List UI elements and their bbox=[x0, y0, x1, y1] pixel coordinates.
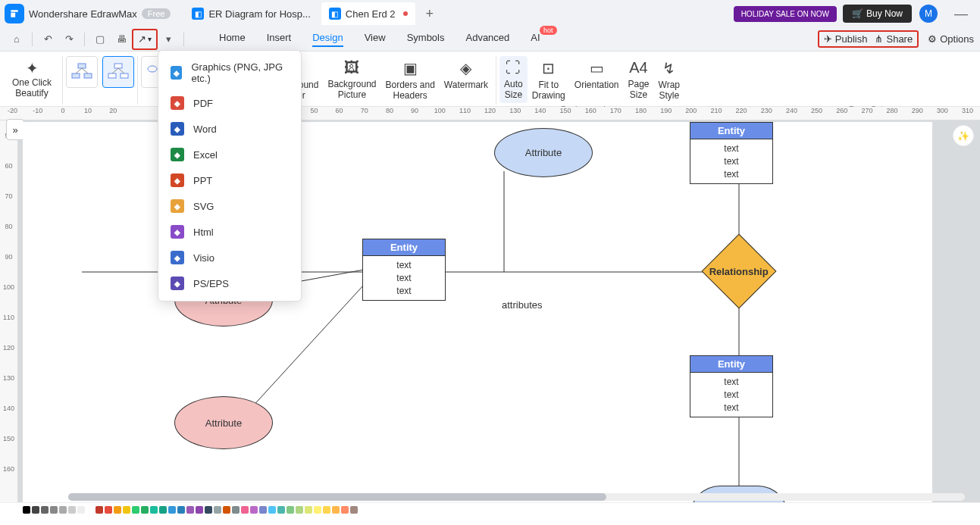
horizontal-scrollbar[interactable] bbox=[68, 493, 965, 501]
color-swatch[interactable] bbox=[50, 506, 58, 514]
export-menu-item[interactable]: ◆PDF bbox=[158, 90, 301, 116]
home-icon[interactable]: ⌂ bbox=[6, 30, 27, 49]
color-swatch[interactable] bbox=[296, 506, 303, 514]
export-menu-item[interactable]: ◆Graphics (PNG, JPG etc.) bbox=[158, 55, 301, 90]
color-swatch[interactable] bbox=[314, 506, 321, 514]
export-menu-item[interactable]: ◆Excel bbox=[158, 142, 301, 167]
theme-preset[interactable] bbox=[66, 56, 98, 88]
menu-ai[interactable]: AIhot bbox=[531, 32, 540, 47]
options-button[interactable]: ⚙ Options bbox=[928, 33, 974, 45]
color-swatch[interactable] bbox=[332, 506, 340, 514]
share-button[interactable]: ⋔ Share bbox=[875, 33, 913, 45]
color-swatch[interactable] bbox=[123, 506, 130, 514]
relationship-shape[interactable]: Relationship bbox=[712, 245, 766, 298]
color-swatch[interactable] bbox=[59, 506, 67, 514]
color-swatch[interactable] bbox=[159, 506, 167, 514]
print-button[interactable]: 🖶 bbox=[111, 30, 132, 49]
attribute-shape[interactable]: Attribute bbox=[174, 396, 273, 449]
publish-button[interactable]: ✈ Publish bbox=[824, 33, 868, 45]
doc-tab[interactable]: ◧ ER Diagram for Hosp... bbox=[184, 2, 318, 25]
color-swatch[interactable] bbox=[177, 506, 185, 514]
entity-shape[interactable]: Entity text text text bbox=[362, 239, 446, 301]
export-item-label: PPT bbox=[193, 175, 212, 186]
entity-shape[interactable]: Entity text text text bbox=[690, 122, 773, 184]
file-type-icon: ◆ bbox=[171, 122, 184, 136]
color-swatch[interactable] bbox=[341, 506, 349, 514]
minimize-button[interactable]: — bbox=[947, 6, 975, 22]
export-menu-item[interactable]: ◆Word bbox=[158, 116, 301, 142]
export-menu-item[interactable]: ◆SVG bbox=[158, 193, 301, 219]
undo-button[interactable]: ↶ bbox=[37, 30, 58, 49]
menu-home[interactable]: Home bbox=[219, 32, 246, 47]
auto-size-button[interactable]: ⛶Auto Size bbox=[499, 56, 528, 103]
color-swatch[interactable] bbox=[305, 506, 312, 514]
export-menu-item[interactable]: ◆Visio bbox=[158, 245, 301, 270]
expand-left-panel-button[interactable]: » bbox=[6, 119, 24, 140]
color-swatch[interactable] bbox=[323, 506, 330, 514]
color-swatch[interactable] bbox=[259, 506, 267, 514]
one-click-beautify-button[interactable]: ✦ One Click Beautify bbox=[5, 56, 59, 102]
color-swatch[interactable] bbox=[132, 506, 139, 514]
holiday-sale-button[interactable]: HOLIDAY SALE ON NOW bbox=[734, 6, 837, 22]
color-swatch[interactable] bbox=[241, 506, 249, 514]
avatar[interactable]: M bbox=[919, 5, 938, 23]
export-menu-item[interactable]: ◆Html bbox=[158, 219, 301, 245]
color-swatch[interactable] bbox=[95, 506, 103, 514]
color-swatch[interactable] bbox=[186, 506, 194, 514]
menu-advanced[interactable]: Advanced bbox=[465, 32, 509, 47]
color-swatch[interactable] bbox=[205, 506, 212, 514]
color-swatch[interactable] bbox=[68, 506, 76, 514]
color-swatch[interactable] bbox=[232, 506, 240, 514]
doc-tab[interactable]: ◧ Chen Erd 2 bbox=[321, 2, 415, 25]
text-label[interactable]: attributes bbox=[502, 299, 542, 311]
menu-design[interactable]: Design bbox=[312, 32, 343, 47]
menu-insert[interactable]: Insert bbox=[267, 32, 292, 47]
wrap-icon: ↯ bbox=[662, 59, 675, 77]
color-swatch[interactable] bbox=[196, 506, 203, 514]
entity-shape[interactable]: Entity text text text bbox=[690, 355, 773, 417]
orientation-button[interactable]: ▭Orientation bbox=[570, 56, 624, 93]
export-menu-item[interactable]: ◆PS/EPS bbox=[158, 270, 301, 296]
color-swatch[interactable] bbox=[105, 506, 112, 514]
page-size-button[interactable]: A4Page Size bbox=[624, 56, 654, 103]
save-button[interactable]: ▢ bbox=[89, 30, 111, 49]
wrap-style-button[interactable]: ↯Wrap Style bbox=[654, 56, 684, 104]
menu-symbols[interactable]: Symbols bbox=[407, 32, 445, 47]
menu-view[interactable]: View bbox=[365, 32, 386, 47]
new-tab-button[interactable]: + bbox=[418, 6, 442, 22]
ai-assistant-button[interactable]: ✨ bbox=[953, 125, 974, 146]
color-swatch[interactable] bbox=[223, 506, 230, 514]
publish-share-highlight: ✈ Publish ⋔ Share bbox=[818, 30, 919, 48]
color-swatch[interactable] bbox=[77, 506, 85, 514]
color-swatch[interactable] bbox=[114, 506, 121, 514]
color-swatch[interactable] bbox=[23, 506, 30, 514]
color-swatch[interactable] bbox=[250, 506, 258, 514]
color-swatch[interactable] bbox=[32, 506, 39, 514]
color-swatch[interactable] bbox=[150, 506, 158, 514]
scrollbar-thumb[interactable] bbox=[68, 493, 606, 501]
buy-now-button[interactable]: 🛒 Buy Now bbox=[843, 5, 912, 23]
share-icon: ⋔ bbox=[875, 33, 883, 45]
color-swatch[interactable] bbox=[277, 506, 285, 514]
export-button[interactable]: ↗▾ bbox=[135, 33, 155, 45]
watermark-button[interactable]: ◈Watermark bbox=[440, 56, 493, 93]
doc-tab-label: Chen Erd 2 bbox=[346, 8, 396, 20]
color-swatch[interactable] bbox=[214, 506, 221, 514]
color-swatch[interactable] bbox=[141, 506, 149, 514]
color-swatch[interactable] bbox=[41, 506, 49, 514]
attribute-shape[interactable]: Attribute bbox=[494, 128, 593, 177]
redo-button[interactable]: ↷ bbox=[58, 30, 80, 49]
bg-picture-button[interactable]: 🖼Background Picture bbox=[323, 56, 380, 103]
file-type-icon: ◆ bbox=[171, 173, 184, 187]
color-swatch[interactable] bbox=[86, 506, 94, 514]
color-swatch[interactable] bbox=[350, 506, 358, 514]
theme-preset[interactable] bbox=[102, 56, 134, 88]
more-button[interactable]: ▾ bbox=[158, 30, 179, 49]
color-swatch[interactable] bbox=[168, 506, 176, 514]
hot-badge: hot bbox=[540, 26, 557, 35]
export-menu-item[interactable]: ◆PPT bbox=[158, 167, 301, 193]
fit-drawing-button[interactable]: ⊡Fit to Drawing bbox=[528, 56, 570, 104]
borders-button[interactable]: ▣Borders and Headers bbox=[380, 56, 439, 104]
color-swatch[interactable] bbox=[268, 506, 276, 514]
color-swatch[interactable] bbox=[286, 506, 294, 514]
